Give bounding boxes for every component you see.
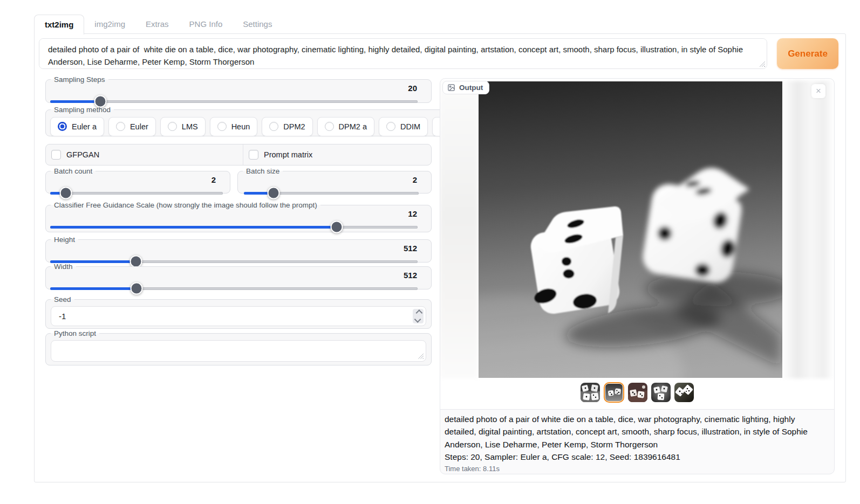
python-script-label: Python script [51, 330, 99, 337]
gallery-thumbnail-2-selected[interactable] [604, 382, 624, 403]
picture-icon [447, 84, 455, 92]
batch-count-value: 2 [46, 175, 230, 185]
width-value: 512 [46, 271, 431, 280]
radio-icon [217, 122, 227, 131]
cfg-scale-label: Classifier Free Guidance Scale (how stro… [51, 202, 320, 209]
seed-label: Seed [51, 296, 74, 303]
output-label-chip: Output [442, 81, 489, 94]
batch-size-group: Batch size 2 [237, 168, 432, 194]
prompt-matrix-checkbox[interactable] [249, 150, 258, 160]
python-script-box [51, 340, 426, 362]
generate-button[interactable]: Generate [777, 38, 838, 69]
sampling-method-label: Sampling method [51, 106, 114, 114]
cfg-scale-slider[interactable] [50, 222, 418, 232]
toggles-group: GFPGAN Prompt matrix [45, 144, 432, 165]
tab-png-info[interactable]: PNG Info [179, 15, 233, 34]
width-label: Width [51, 263, 76, 271]
batch-size-label: Batch size [243, 168, 283, 175]
slider-track[interactable] [50, 287, 418, 290]
output-label: Output [459, 84, 483, 92]
generated-image[interactable] [479, 81, 782, 378]
output-gallery: Output × [440, 79, 834, 410]
stepper-down-icon[interactable] [414, 316, 421, 323]
width-group: Width 512 [45, 263, 432, 289]
radio-label: Euler [130, 122, 148, 131]
tab-settings[interactable]: Settings [233, 15, 282, 34]
gfpgan-checkbox[interactable] [51, 150, 61, 160]
python-script-group: Python script [45, 330, 432, 365]
radio-icon [116, 122, 125, 131]
slider-knob[interactable] [331, 221, 343, 233]
caption-params: Steps: 20, Sampler: Euler a, CFG scale: … [445, 451, 829, 463]
radio-icon [325, 122, 334, 131]
radio-option-dpm2[interactable]: DPM2 [262, 117, 312, 136]
radio-option-ddim[interactable]: DDIM [379, 117, 428, 136]
time-taken: Time taken: 8.11s [445, 465, 829, 473]
radio-label: DDIM [400, 122, 420, 131]
gallery-edge-blur-right [782, 81, 834, 378]
batch-count-slider[interactable] [50, 188, 223, 198]
generation-info: detailed photo of a pair of white die on… [445, 413, 829, 473]
gallery-edge-blur-left [440, 81, 478, 378]
batch-count-group: Batch count 2 [45, 168, 230, 194]
radio-label: Heun [231, 122, 250, 131]
prompt-matrix-option[interactable]: Prompt matrix [243, 144, 431, 165]
slider-track[interactable] [50, 192, 223, 195]
batch-size-value: 2 [238, 175, 431, 185]
python-script-input[interactable] [51, 341, 426, 361]
slider-track[interactable] [50, 226, 418, 229]
tab-bar: txt2img img2img Extras PNG Info Settings [34, 15, 282, 34]
sampling-steps-label: Sampling Steps [51, 76, 108, 84]
slider-fill [50, 100, 100, 103]
gallery-thumbnail-4[interactable] [651, 383, 671, 402]
height-value: 512 [46, 244, 431, 253]
caption-prompt: detailed photo of a pair of white die on… [445, 413, 829, 451]
height-group: Height 512 [45, 236, 432, 263]
radio-icon [269, 122, 278, 131]
radio-icon [168, 122, 177, 131]
radio-label: DPM2 [283, 122, 305, 131]
radio-selected-icon [58, 122, 67, 131]
gfpgan-label: GFPGAN [66, 150, 99, 159]
radio-option-heun[interactable]: Heun [210, 117, 258, 136]
batch-size-slider[interactable] [244, 188, 419, 198]
radio-option-euler-a[interactable]: Euler a [50, 117, 104, 136]
gfpgan-option[interactable]: GFPGAN [46, 144, 243, 165]
radio-icon [386, 122, 395, 131]
radio-label: LMS [182, 122, 198, 131]
slider-fill [50, 226, 337, 229]
tab-extras[interactable]: Extras [135, 15, 179, 34]
prompt-matrix-label: Prompt matrix [264, 150, 312, 159]
sampling-steps-group: Sampling Steps 20 [45, 76, 432, 103]
gallery-thumbnail-5[interactable] [674, 383, 694, 402]
sampling-method-group: Sampling method Euler a Euler LMS Heun D… [45, 106, 488, 136]
radio-option-euler[interactable]: Euler [108, 117, 156, 136]
cfg-scale-group: Classifier Free Guidance Scale (how stro… [45, 202, 432, 232]
slider-knob[interactable] [131, 282, 143, 295]
stepper-up-icon[interactable] [415, 309, 422, 316]
seed-stepper[interactable] [413, 309, 424, 323]
height-label: Height [51, 236, 78, 244]
tab-txt2img[interactable]: txt2img [34, 15, 84, 34]
width-slider[interactable] [50, 284, 418, 294]
radio-label: Euler a [72, 122, 97, 131]
prompt-box: detailed photo of a pair of white die on… [39, 38, 767, 69]
gallery-thumbnail-1[interactable] [581, 383, 600, 402]
slider-knob[interactable] [268, 187, 280, 199]
tab-img2img[interactable]: img2img [84, 15, 135, 34]
batch-count-label: Batch count [51, 168, 95, 175]
seed-input[interactable] [51, 307, 426, 326]
close-icon: × [816, 86, 821, 96]
prompt-input[interactable]: detailed photo of a pair of white die on… [39, 38, 767, 69]
gallery-thumbnail-3[interactable] [628, 383, 647, 402]
sampling-steps-value: 20 [46, 84, 431, 93]
radio-option-dpm2-a[interactable]: DPM2 a [317, 117, 374, 136]
seed-group: Seed [45, 296, 432, 329]
output-panel: Output × [440, 78, 835, 474]
radio-option-lms[interactable]: LMS [160, 117, 206, 136]
sampling-method-options: Euler a Euler LMS Heun DPM2 DPM2 a DDIM … [46, 114, 487, 136]
close-button[interactable]: × [811, 84, 825, 98]
seed-input-box [51, 306, 426, 326]
slider-fill [50, 287, 136, 290]
slider-knob[interactable] [59, 187, 72, 199]
